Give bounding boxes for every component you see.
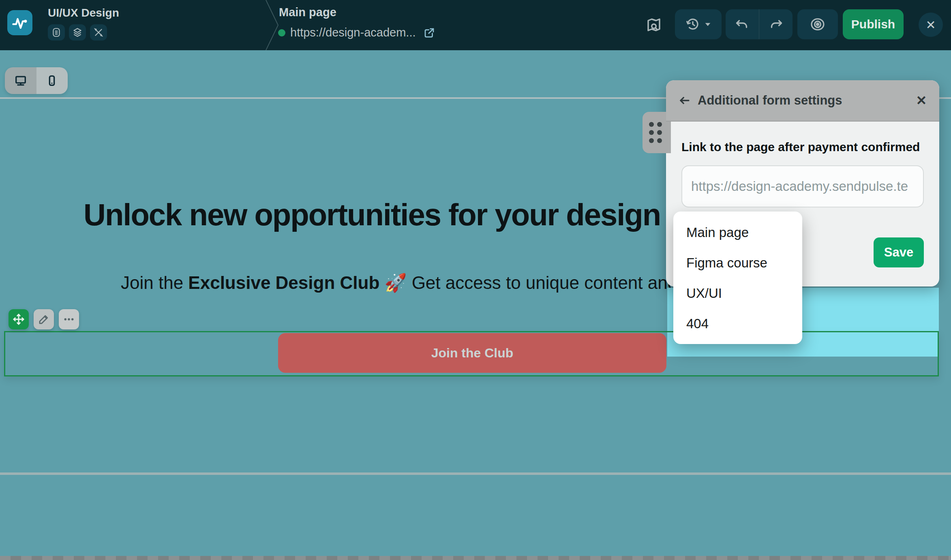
panel-back-button[interactable] [676,92,694,109]
layers-icon [72,27,83,38]
pulse-icon [11,14,29,32]
device-toggle [5,67,68,94]
redo-button[interactable] [759,9,792,39]
join-club-label: Join the Club [431,346,514,361]
drag-dots-icon [649,122,662,143]
top-bar: UI/UX Design [0,0,951,50]
form-icon [51,27,62,38]
dropdown-item-ux-ui[interactable]: UX/UI [673,278,802,308]
close-icon: ✕ [916,93,927,108]
mobile-view-button[interactable] [36,67,68,94]
history-caret-icon [705,23,710,26]
dropdown-item-404[interactable]: 404 [673,308,802,339]
hero-subtext[interactable]: Join the Exclusive Design Club 🚀 Get acc… [121,272,727,293]
layers-button[interactable] [69,24,86,41]
project-title: UI/UX Design [48,6,119,19]
page-end-strip [0,556,951,560]
panel-header: Additional form settings ✕ [666,80,939,122]
mobile-icon [45,74,59,88]
widget-toolbar [9,309,79,329]
design-tools-button[interactable] [90,24,107,41]
app-logo[interactable] [7,10,32,35]
dropdown-item-figma-course[interactable]: Figma course [673,248,802,278]
save-button[interactable]: Save [874,237,924,267]
subtext-bold: Exclusive Design Club [188,273,379,293]
page-url-row: https://design-academ... [278,26,435,39]
section-divider-bottom [0,472,951,475]
panel-close-button[interactable]: ✕ [912,92,930,109]
undo-button[interactable] [726,9,759,39]
form-pages-button[interactable] [48,24,65,41]
ellipsis-icon [63,313,75,325]
move-widget-handle[interactable] [9,309,29,329]
seo-preview-icon[interactable] [645,17,662,34]
close-icon: ✕ [925,18,936,32]
breadcrumb-chevron [264,0,281,50]
history-button[interactable] [675,9,722,39]
move-icon [12,313,25,326]
join-club-button[interactable]: Join the Club [278,333,666,373]
open-external-icon[interactable] [423,27,435,39]
eye-icon [810,16,826,32]
page-dropdown: Main page Figma course UX/UI 404 [673,212,802,344]
hero-heading[interactable]: Unlock new opportunities for your design [84,197,660,232]
payment-link-input[interactable] [681,165,924,207]
edit-widget-button[interactable] [34,309,54,329]
panel-title: Additional form settings [698,93,842,108]
current-page-name[interactable]: Main page [279,6,336,19]
save-label: Save [884,245,913,260]
publish-button[interactable]: Publish [843,9,904,39]
dropdown-item-main-page[interactable]: Main page [673,217,802,248]
preview-button[interactable] [797,9,838,39]
undo-redo-group [726,9,792,39]
published-status-dot [278,29,285,36]
payment-link-label: Link to the page after payment confirmed [681,140,920,154]
page-url[interactable]: https://design-academ... [290,26,416,39]
history-icon [685,17,700,32]
more-options-button[interactable] [59,309,79,329]
desktop-view-button[interactable] [5,67,36,94]
desktop-icon [14,74,28,88]
builder-window: UI/UX Design [0,0,951,560]
subtext-prefix: Join the [121,273,188,293]
close-builder-button[interactable]: ✕ [919,13,943,37]
pencil-ruler-icon [93,27,104,38]
pencil-icon [38,313,50,325]
project-tools [48,24,107,41]
